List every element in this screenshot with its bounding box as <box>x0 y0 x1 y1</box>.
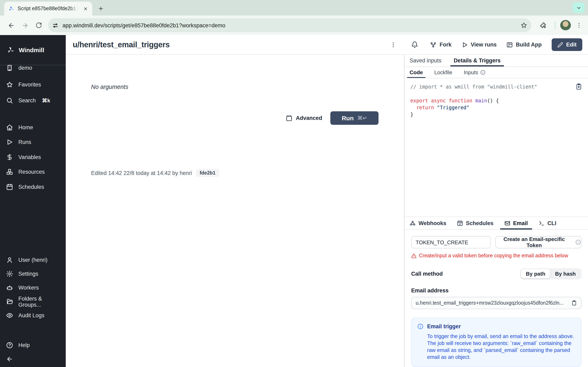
build-app-button[interactable]: Build App <box>507 42 542 48</box>
email-address-field[interactable]: u.henri.test_email_triggers+mrsw23zlouxg… <box>411 297 581 309</box>
tab-cli-label: CLI <box>547 220 556 226</box>
sidebar-item-audit-logs[interactable]: Audit Logs <box>0 308 66 323</box>
url-bar[interactable]: app.windmill.dev/scripts/get/e857be88e0f… <box>48 18 531 32</box>
sidebar-item-folders-groups[interactable]: Folders & Groups... <box>0 294 66 309</box>
token-input[interactable] <box>411 236 491 248</box>
subtab-inputs-label: Inputs <box>464 69 478 75</box>
more-menu-icon[interactable] <box>388 39 399 50</box>
toolbar-separator <box>555 22 555 29</box>
tab-strip: Script e857be88e0fde2b1 | W <box>0 0 588 16</box>
subtab-code[interactable]: Code <box>409 67 424 78</box>
subtab-inputs[interactable]: Inputs <box>463 67 486 78</box>
tab-details-triggers[interactable]: Details & Triggers <box>453 55 502 67</box>
search-icon <box>6 97 13 104</box>
clipboard-copy-icon <box>575 83 582 90</box>
chrome-menu-icon[interactable] <box>576 22 582 29</box>
code-viewer: // import * as wmill from "windmill-clie… <box>405 78 588 217</box>
sidebar-item-label: Runs <box>18 139 31 145</box>
sidebar-item-resources[interactable]: Resources <box>0 164 66 179</box>
fork-button[interactable]: Fork <box>430 42 452 48</box>
main-pane: No arguments Advanced Run ⌘↵ Edited 14:4… <box>66 55 404 367</box>
new-tab-button[interactable] <box>95 3 106 14</box>
create-email-token-button[interactable]: Create an Email-specific Token <box>495 236 581 248</box>
sidebar-item-favorites[interactable]: Favorites <box>0 77 66 92</box>
sidebar-item-user[interactable]: User (henri) <box>0 252 66 267</box>
code-subtabs: Code Lockfile Inputs <box>405 67 588 78</box>
by-hash-option[interactable]: By hash <box>550 269 581 278</box>
eye-icon <box>6 312 13 319</box>
extensions-icon[interactable] <box>536 18 550 32</box>
trigger-tabs: Webhooks Schedules Email CLI <box>405 217 588 230</box>
app-header: u/henri/test_email_triggers Fork View ru… <box>66 35 588 55</box>
call-method-toggle: By path By hash <box>520 268 582 279</box>
arrow-left-icon <box>6 356 13 363</box>
sidebar-item-label: Help <box>18 342 30 348</box>
infobox-title: Email trigger <box>427 323 461 329</box>
windmill-logo-icon <box>7 46 15 54</box>
token-warning-text: Create/input a valid token before copyin… <box>419 253 568 259</box>
email-trigger-infobox: Email trigger To trigger the job by emai… <box>411 318 581 367</box>
view-runs-label: View runs <box>471 42 497 48</box>
reload-button[interactable] <box>32 18 46 32</box>
terminal-icon <box>538 220 545 226</box>
info-icon <box>417 323 424 329</box>
view-runs-button[interactable]: View runs <box>461 42 497 48</box>
calendar-icon <box>286 115 293 121</box>
screen: Script e857be88e0fde2b1 | W <box>0 0 588 367</box>
browser-tab[interactable]: Script e857be88e0fde2b1 | W <box>4 2 92 16</box>
dollar-icon <box>6 154 13 161</box>
tab-cli[interactable]: CLI <box>537 217 557 229</box>
run-button[interactable]: Run ⌘↵ <box>330 111 379 125</box>
notifications-bell-icon[interactable] <box>409 39 420 50</box>
sidebar-item-workspace[interactable]: demo <box>0 60 66 75</box>
sidebar-item-label: Home <box>18 124 33 131</box>
edit-button[interactable]: Edit <box>552 38 582 51</box>
edit-label: Edit <box>566 42 577 48</box>
tab-close-icon[interactable] <box>82 5 89 12</box>
advanced-button[interactable]: Advanced <box>286 115 322 121</box>
sidebar: Windmill demo Favorites Search ⌘k Home R… <box>0 35 66 367</box>
email-address-label: Email address <box>411 287 581 294</box>
tab-webhooks-label: Webhooks <box>419 220 446 226</box>
git-fork-icon <box>430 42 437 48</box>
sidebar-collapse-button[interactable] <box>0 351 66 367</box>
sidebar-item-label: Workers <box>18 285 39 291</box>
edited-row: Edited 14:42 22/8 today at 14:42 by henr… <box>91 169 219 177</box>
script-hash-badge[interactable]: fde2b1 <box>196 169 219 177</box>
browser-chrome: Script e857be88e0fde2b1 | W <box>0 0 588 35</box>
sidebar-item-runs[interactable]: Runs <box>0 134 66 150</box>
bookmark-star-icon[interactable] <box>521 22 527 29</box>
sidebar-item-workers[interactable]: Workers <box>0 280 66 295</box>
tab-schedules[interactable]: Schedules <box>456 217 494 229</box>
play-icon <box>461 42 468 48</box>
tab-email[interactable]: Email <box>503 217 528 229</box>
advanced-label: Advanced <box>296 115 322 121</box>
tab-webhooks[interactable]: Webhooks <box>409 217 447 229</box>
subtab-lockfile[interactable]: Lockfile <box>433 67 453 78</box>
sidebar-item-label: Favorites <box>18 82 41 88</box>
by-path-option[interactable]: By path <box>521 269 550 278</box>
toolbar-right <box>535 18 584 32</box>
copy-email-button[interactable] <box>571 300 577 306</box>
forward-button[interactable] <box>18 18 32 32</box>
tab-email-label: Email <box>513 220 528 226</box>
boxes-icon <box>6 168 13 175</box>
token-warning: Create/input a valid token before copyin… <box>411 253 581 259</box>
sidebar-item-label: Variables <box>18 154 41 160</box>
tab-saved-inputs[interactable]: Saved inputs <box>409 55 442 67</box>
edited-text: Edited 14:42 22/8 today at 14:42 by henr… <box>91 170 192 176</box>
copy-code-button[interactable] <box>575 83 582 90</box>
chrome-toolbar-toggle[interactable] <box>572 2 585 13</box>
profile-avatar[interactable] <box>560 20 571 31</box>
sidebar-item-home[interactable]: Home <box>0 120 66 135</box>
create-email-token-label: Create an Email-specific Token <box>496 236 572 248</box>
sidebar-item-search[interactable]: Search ⌘k <box>0 93 66 108</box>
site-settings-icon[interactable] <box>52 22 58 28</box>
infobox-body: To trigger the job by email, send an ema… <box>427 333 575 360</box>
alert-triangle-icon <box>411 253 416 259</box>
back-button[interactable] <box>4 18 18 32</box>
sidebar-item-variables[interactable]: Variables <box>0 150 66 165</box>
sidebar-item-schedules[interactable]: Schedules <box>0 179 66 194</box>
sidebar-item-help[interactable]: Help <box>0 338 66 353</box>
sidebar-item-settings[interactable]: Settings <box>0 266 66 281</box>
